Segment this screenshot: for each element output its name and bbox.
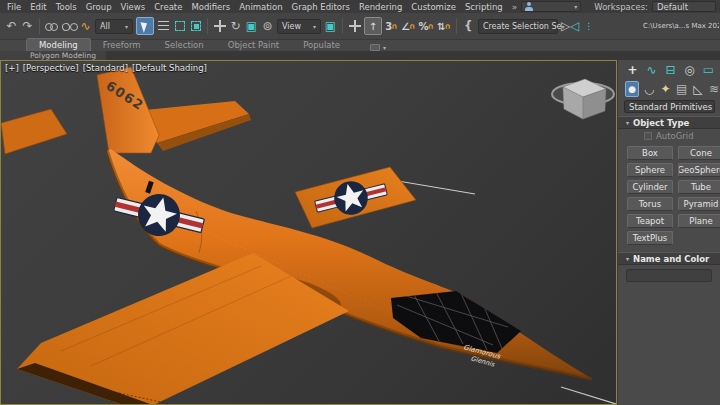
tab-selection[interactable]: Selection (153, 39, 216, 51)
snaps-toggle-3d[interactable]: 3∩ (385, 18, 398, 35)
primitive-category-dropdown[interactable]: Standard Primitives (624, 100, 715, 113)
display-tab-icon[interactable]: ▭ (701, 63, 716, 77)
keyboard-override-toggle[interactable]: ↑ (364, 17, 382, 35)
selection-filter-dropdown[interactable]: All ▾ (95, 19, 133, 34)
percent-snap-toggle[interactable]: %∩ (418, 18, 434, 35)
hierarchy-tab-icon[interactable]: ⊟ (663, 63, 678, 77)
named-selection-sets-button[interactable]: { (462, 18, 475, 35)
chevron-down-icon: ▾ (574, 3, 577, 10)
ribbon-panel-bar: Polygon Modeling (0, 51, 720, 60)
rect-selection-region-button[interactable] (173, 18, 186, 35)
menu-overflow-chevron[interactable]: » (512, 2, 518, 12)
create-category-row: ● ◡ ✦ ▤ ◺ ≋ (618, 79, 720, 98)
viewport-pov-label[interactable]: [Perspective] (23, 63, 79, 73)
polygon-modeling-panel[interactable]: Polygon Modeling (0, 51, 106, 60)
name-color-rollout[interactable]: ▾ Name and Color (618, 252, 720, 265)
cylinder-button[interactable]: Cylinder (627, 180, 673, 194)
torus-button[interactable]: Torus (627, 197, 673, 211)
primitive-category-value: Standard Primitives (629, 102, 712, 112)
viewport-standard-label[interactable]: [Standard] (83, 63, 128, 73)
box-button[interactable]: Box (627, 146, 673, 160)
helpers-category-icon[interactable]: ◺ (692, 82, 704, 96)
unlink-icon (62, 21, 76, 31)
geosphere-button[interactable]: GeoSphere (678, 163, 720, 177)
spinner-snap-toggle[interactable]: ⇅∩ (437, 18, 451, 35)
menu-rendering[interactable]: Rendering (359, 2, 402, 12)
menu-group[interactable]: Group (86, 2, 112, 12)
autogrid-row: AutoGrid (618, 129, 720, 143)
menu-modifiers[interactable]: Modifiers (191, 2, 230, 12)
select-rotate-button[interactable]: ↻ (229, 18, 242, 35)
canopy (391, 291, 521, 353)
workspaces-label: Workspaces: (594, 2, 648, 12)
menu-scripting[interactable]: Scripting (465, 2, 503, 12)
toolbar-separator (39, 18, 40, 34)
tab-object-paint[interactable]: Object Paint (216, 39, 291, 51)
autogrid-checkbox[interactable] (644, 132, 652, 140)
window-crossing-button[interactable] (189, 18, 202, 35)
selection-filter-value: All (100, 22, 110, 31)
sphere-button[interactable]: Sphere (627, 163, 673, 177)
spacewarps-category-icon[interactable]: ≋ (708, 82, 720, 96)
select-object-button[interactable] (136, 17, 154, 35)
menu-customize[interactable]: Customize (411, 2, 456, 12)
motion-tab-icon[interactable]: ◎ (682, 63, 697, 77)
nose-probe (561, 387, 616, 404)
magnet-icon: ∩ (391, 22, 398, 31)
pyramid-button[interactable]: Pyramid (678, 197, 720, 211)
geometry-category-button[interactable]: ● (625, 81, 639, 97)
signin-dropdown[interactable]: ▾ (521, 1, 581, 12)
undo-button[interactable]: ↶ (5, 18, 18, 35)
unlink-button[interactable] (62, 18, 76, 35)
create-tab-icon[interactable]: + (625, 63, 640, 77)
named-selection-set-value: Create Selection Se (483, 22, 562, 31)
select-manipulate-button[interactable] (348, 18, 361, 35)
menu-tools[interactable]: Tools (56, 2, 77, 12)
menu-bar: File Edit Tools Group Views Create Modif… (0, 0, 720, 13)
menu-views[interactable]: Views (121, 2, 146, 12)
viewport-shading-label[interactable]: [Default Shading] (132, 63, 207, 73)
viewport-menu-plus[interactable]: [+] (5, 63, 19, 73)
cameras-category-icon[interactable]: ▤ (676, 82, 688, 96)
menu-create[interactable]: Create (154, 2, 182, 12)
ref-coord-dropdown[interactable]: View ▾ (277, 19, 321, 34)
viewcube[interactable] (552, 79, 614, 119)
menu-file[interactable]: File (7, 2, 21, 12)
select-scale-button[interactable]: ▣ (245, 18, 258, 35)
cone-button[interactable]: Cone (678, 146, 720, 160)
use-pivot-center-button[interactable]: ▣ (324, 18, 337, 35)
modify-tab-icon[interactable]: ∿ (644, 63, 659, 77)
viewport-label: [+] [Perspective] [Standard] [Default Sh… (5, 63, 207, 73)
lights-category-icon[interactable]: ✦ (659, 82, 671, 96)
shapes-category-icon[interactable]: ◡ (643, 82, 655, 96)
plane-button[interactable]: Plane (678, 214, 720, 228)
menu-edit[interactable]: Edit (30, 2, 46, 12)
redo-button[interactable]: ↷ (21, 18, 34, 35)
textplus-button[interactable]: TextPlus (627, 231, 673, 245)
name-color-title: Name and Color (633, 254, 709, 264)
teapot-button[interactable]: Teapot (627, 214, 673, 228)
angle-snap-toggle[interactable]: ∠∩ (401, 18, 415, 35)
menu-graph-editors[interactable]: Graph Editors (292, 2, 350, 12)
select-by-name-button[interactable] (157, 18, 170, 35)
magnet-icon: ∩ (444, 22, 451, 31)
bind-spacewarp-button[interactable]: ∿ (79, 18, 92, 35)
select-move-button[interactable] (213, 18, 226, 35)
mirror-button[interactable]: ▷◁ (561, 18, 579, 35)
perspective-viewport[interactable]: [+] [Perspective] [Standard] [Default Sh… (0, 60, 617, 405)
main-toolbar: ↶ ↷ ∿ All ▾ ↻ ▣ ⊚ View ▾ ▣ ↑ 3∩ ∠∩ %∩ ⇅∩… (0, 13, 720, 40)
tube-button[interactable]: Tube (678, 180, 720, 194)
select-place-button[interactable]: ⊚ (261, 18, 274, 35)
tab-modeling[interactable]: Modeling (26, 38, 91, 51)
tab-populate[interactable]: Populate (291, 39, 352, 51)
menu-animation[interactable]: Animation (239, 2, 282, 12)
tab-freeform[interactable]: Freeform (91, 39, 153, 51)
move-cross-icon (214, 20, 226, 32)
workspace-selector[interactable]: Default (652, 1, 716, 12)
aircraft-model[interactable]: 6062 Glamorous Glennis (1, 67, 616, 404)
object-type-rollout[interactable]: ▾ Object Type (618, 116, 720, 129)
object-name-field[interactable] (626, 269, 712, 282)
ribbon-display-toggle[interactable]: ▾ (370, 44, 386, 51)
link-button[interactable] (45, 18, 59, 35)
named-selection-set-dropdown[interactable]: Create Selection Se ▾ (478, 19, 558, 34)
